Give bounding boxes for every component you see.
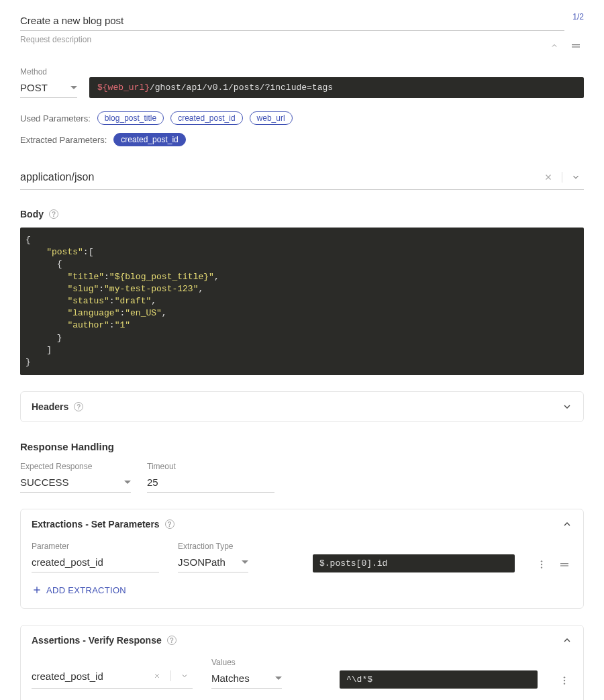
more-vert-icon[interactable] (534, 556, 550, 572)
param-chip[interactable]: web_url (250, 111, 293, 125)
divider (170, 670, 171, 681)
chevron-down-icon (70, 86, 77, 89)
content-type-input[interactable]: application/json (20, 171, 540, 183)
chevron-up-icon (562, 635, 572, 646)
headers-toggle[interactable]: Headers ? (21, 392, 583, 421)
body-editor[interactable]: { "posts":[ { "title":"${blog_post_title… (20, 228, 584, 375)
extractions-toggle[interactable]: Extractions - Set Parameters ? (21, 509, 583, 539)
method-value: POST (20, 82, 48, 93)
add-extraction-label: ADD EXTRACTION (46, 585, 126, 595)
extracted-params-label: Extracted Parameters: (20, 135, 107, 145)
assertions-title: Assertions - Verify Response (32, 635, 162, 646)
timeout-input[interactable] (147, 472, 274, 493)
extraction-type-value: JSONPath (178, 556, 225, 568)
param-chip-extracted[interactable]: created_post_id (113, 133, 185, 146)
svg-point-4 (541, 560, 542, 562)
extraction-path-input[interactable]: $.posts[0].id (313, 554, 515, 572)
chevron-down-icon[interactable] (177, 668, 193, 684)
assertion-condition-value: Matches (211, 672, 250, 684)
svg-point-14 (564, 680, 565, 681)
chevron-down-icon (242, 560, 248, 564)
clear-icon[interactable] (540, 169, 556, 185)
request-title-input[interactable] (20, 11, 564, 31)
svg-point-13 (564, 677, 565, 678)
plus-icon (32, 585, 42, 595)
assertion-condition-select[interactable]: Matches (211, 668, 282, 689)
expected-response-select[interactable]: SUCCESS (20, 472, 131, 493)
svg-point-6 (541, 567, 542, 568)
assertion-pattern-input[interactable]: ^\d*$ (340, 670, 538, 689)
request-description: Request description (20, 35, 564, 44)
url-input[interactable]: ${web_url}/ghost/api/v0.1/posts/?include… (89, 77, 584, 98)
response-handling-heading: Response Handling (20, 441, 584, 452)
extraction-param-input[interactable] (32, 552, 159, 572)
help-icon[interactable]: ? (74, 402, 83, 411)
param-chip[interactable]: created_post_id (170, 111, 242, 125)
assertion-param-select[interactable]: created_post_id (32, 664, 193, 689)
pager-indicator: 1/2 (572, 12, 584, 21)
url-variable: ${web_url} (97, 83, 150, 93)
chevron-down-icon (275, 677, 282, 680)
headers-title: Headers (32, 401, 68, 412)
url-path: /ghost/api/v0.1/posts/?include=tags (150, 83, 333, 93)
drag-handle-icon[interactable] (556, 556, 572, 572)
chevron-down-icon (124, 481, 131, 484)
svg-point-5 (541, 564, 542, 565)
extraction-type-label: Extraction Type (178, 542, 248, 551)
assertion-values-label: Values (211, 658, 282, 667)
method-select[interactable]: POST (20, 78, 77, 98)
extraction-type-select[interactable]: JSONPath (178, 552, 248, 572)
svg-rect-0 (572, 44, 580, 45)
assertion-param-value: created_post_id (32, 670, 149, 682)
chevron-down-icon (562, 401, 572, 412)
body-label: Body (20, 209, 44, 219)
collapse-icon[interactable] (546, 38, 562, 54)
extraction-param-label: Parameter (32, 542, 159, 551)
used-params-label: Used Parameters: (20, 113, 91, 123)
svg-point-15 (564, 683, 565, 685)
param-chip[interactable]: blog_post_title (97, 111, 164, 125)
expected-response-value: SUCCESS (20, 477, 69, 488)
divider (562, 172, 562, 183)
extractions-title: Extractions - Set Parameters (32, 519, 160, 530)
add-extraction-button[interactable]: ADD EXTRACTION (32, 585, 126, 595)
svg-rect-7 (560, 563, 568, 564)
chevron-up-icon (562, 519, 572, 530)
method-label: Method (20, 67, 77, 77)
assertions-toggle[interactable]: Assertions - Verify Response ? (21, 626, 583, 655)
svg-rect-8 (560, 565, 568, 566)
clear-icon[interactable] (149, 668, 165, 684)
more-vert-icon[interactable] (556, 672, 572, 689)
drag-handle-icon[interactable] (568, 38, 584, 54)
chevron-down-icon[interactable] (568, 169, 584, 185)
timeout-label: Timeout (147, 462, 274, 471)
help-icon[interactable]: ? (165, 519, 174, 529)
help-icon[interactable]: ? (49, 209, 58, 219)
request-editor: Request description 1/2 Method POST ${we… (0, 0, 604, 700)
svg-rect-1 (572, 46, 580, 47)
expected-response-label: Expected Response (20, 462, 131, 471)
help-icon[interactable]: ? (167, 636, 177, 645)
